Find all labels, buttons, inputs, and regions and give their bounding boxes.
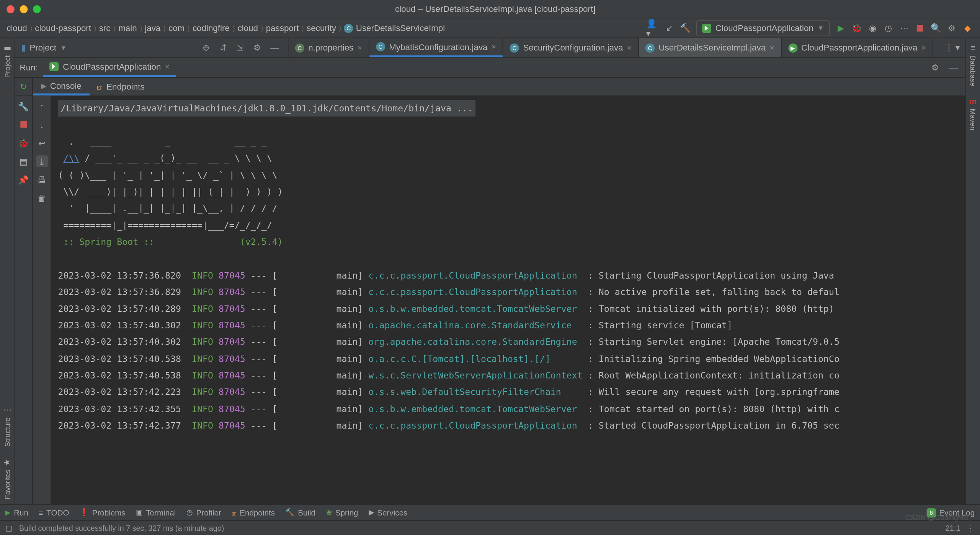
- rerun-icon[interactable]: ↻: [20, 82, 27, 91]
- run-config-selector[interactable]: CloudPassportApplication ▼: [696, 20, 830, 36]
- breadcrumb-item[interactable]: main: [117, 23, 138, 33]
- editor-tab[interactable]: Cn.properties×: [289, 38, 369, 57]
- layout-icon[interactable]: ▤: [18, 155, 29, 167]
- editor-tab-label: CloudPassportApplication.java: [801, 43, 917, 53]
- hide-icon[interactable]: —: [268, 43, 281, 53]
- breadcrumb-sep: [261, 23, 263, 33]
- file-icon: ▶: [788, 43, 797, 52]
- run-label: Run:: [20, 62, 38, 72]
- debug-button[interactable]: 🐞: [849, 21, 864, 35]
- services-tab[interactable]: ▶ Services: [369, 508, 408, 517]
- users-icon[interactable]: 👤▾: [646, 21, 661, 35]
- console-output[interactable]: /Library/Java/JavaVirtualMachines/jdk1.8…: [51, 96, 965, 504]
- breadcrumb-item[interactable]: cloud: [5, 23, 28, 33]
- project-tool-header[interactable]: ▮ Project ▼ ⊕ ⇵ ⇲ ⚙ —: [15, 38, 289, 57]
- breadcrumb-item[interactable]: cloud: [236, 23, 259, 33]
- breadcrumb-item[interactable]: cloud-passport: [34, 23, 93, 33]
- console-tab[interactable]: ▶ Console: [33, 78, 89, 95]
- services-icon: ▶: [369, 508, 374, 517]
- locate-icon[interactable]: ⊕: [199, 43, 212, 53]
- run-tab-label: Run: [14, 508, 28, 517]
- settings-icon[interactable]: ⚙: [944, 21, 959, 35]
- spring-tab[interactable]: ❀ Spring: [326, 508, 358, 517]
- up-icon[interactable]: ↑: [36, 100, 48, 112]
- spring-icon: ❀: [326, 508, 332, 517]
- breadcrumb-item[interactable]: java: [144, 23, 162, 33]
- wrench-icon[interactable]: 🔧: [18, 100, 29, 112]
- breadcrumb-item[interactable]: com: [167, 23, 186, 33]
- chevron-down-icon: ▼: [817, 24, 824, 32]
- favorites-tool-tab[interactable]: Favorites ★: [2, 452, 12, 504]
- status-indicator-icon: ▢: [5, 523, 13, 532]
- editor-tab[interactable]: CUserDetailsServiceImpl.java×: [639, 38, 782, 57]
- breadcrumb-item[interactable]: CUserDetailsServiceImpl: [343, 23, 446, 33]
- tabs-dropdown-icon[interactable]: ⋮ ▾: [939, 43, 965, 53]
- bottom-tool-tabs: ▶ Run ≡ TODO ❗ Problems ▣ Terminal ◷ Pro…: [0, 504, 980, 520]
- close-icon[interactable]: ×: [627, 43, 632, 52]
- build-tab[interactable]: 🔨 Build: [285, 508, 315, 517]
- navigation-bar: cloudcloud-passportsrcmainjavacomcodingf…: [0, 18, 980, 38]
- project-tool-tab[interactable]: Project ▮: [2, 38, 12, 83]
- endpoints-tab[interactable]: ⎄ Endpoints: [89, 78, 152, 95]
- warning-icon: ❗: [80, 508, 89, 517]
- breadcrumb-item[interactable]: codingfire: [191, 23, 231, 33]
- run-gutter-inner: ↑ ↓ ↩ ⤓ 🖶 🗑: [33, 96, 51, 504]
- status-extras[interactable]: ⋮: [967, 523, 975, 532]
- profile-button[interactable]: ◷: [881, 21, 896, 35]
- breadcrumb-sep: [113, 23, 116, 33]
- breadcrumb-item[interactable]: src: [98, 23, 112, 33]
- hide-icon[interactable]: —: [947, 62, 960, 72]
- collapse-all-icon[interactable]: ⇲: [234, 43, 247, 53]
- editor-tabs: Cn.properties×CMybatisConfiguration.java…: [289, 38, 939, 57]
- terminal-tab[interactable]: ▣ Terminal: [136, 508, 176, 517]
- ide-logo-icon[interactable]: ◆: [960, 21, 975, 35]
- file-icon: C: [510, 43, 519, 52]
- profiler-tab-label: Profiler: [196, 508, 221, 517]
- endpoints-bottom-tab[interactable]: ⎄ Endpoints: [232, 508, 275, 517]
- close-icon[interactable]: ×: [492, 42, 496, 51]
- editor-tab[interactable]: CSecurityConfiguration.java×: [503, 38, 639, 57]
- search-everywhere-icon[interactable]: 🔍: [929, 21, 943, 35]
- vcs-update-icon[interactable]: ↙: [662, 21, 676, 35]
- class-icon: C: [344, 24, 353, 33]
- maven-tool-tab[interactable]: m Maven: [968, 91, 978, 135]
- rerun-bug-icon[interactable]: 🐞: [18, 137, 29, 149]
- pin-icon[interactable]: 📌: [18, 174, 29, 186]
- close-icon[interactable]: ×: [358, 43, 362, 52]
- clear-icon[interactable]: 🗑: [36, 192, 48, 204]
- run-bottom-tab[interactable]: ▶ Run: [5, 508, 28, 517]
- caret-position[interactable]: 21:1: [946, 524, 960, 532]
- breadcrumb-item[interactable]: passport: [265, 23, 300, 33]
- editor-tab[interactable]: CMybatisConfiguration.java×: [369, 38, 503, 57]
- problems-tab[interactable]: ❗ Problems: [80, 508, 126, 517]
- console-icon: ▶: [41, 81, 46, 90]
- breadcrumb-item[interactable]: security: [305, 23, 338, 33]
- close-icon[interactable]: ×: [165, 62, 170, 71]
- run-subtabs: ↻ ▶ Console ⎄ Endpoints: [15, 78, 965, 96]
- print-icon[interactable]: 🖶: [36, 174, 48, 186]
- build-icon[interactable]: 🔨: [678, 21, 693, 35]
- gear-icon[interactable]: ⚙: [251, 43, 264, 53]
- terminal-icon: ▣: [136, 508, 142, 517]
- scroll-to-end-icon[interactable]: ⤓: [36, 155, 48, 167]
- database-tool-tab[interactable]: ≡ Database: [968, 38, 978, 92]
- run-config-tab[interactable]: CloudPassportApplication ×: [43, 58, 176, 77]
- structure-tool-tab[interactable]: Structure ⋮: [2, 400, 12, 452]
- expand-all-icon[interactable]: ⇵: [217, 43, 230, 53]
- stop-button[interactable]: [913, 21, 927, 35]
- attach-button[interactable]: ⋯: [897, 21, 911, 35]
- run-button[interactable]: ▶: [834, 21, 848, 35]
- soft-wrap-icon[interactable]: ↩: [36, 137, 48, 149]
- stop-icon[interactable]: [20, 121, 26, 128]
- profiler-tab[interactable]: ◷ Profiler: [186, 508, 221, 517]
- rerun-gutter: ↻: [15, 78, 33, 95]
- down-icon[interactable]: ↓: [36, 119, 48, 130]
- coverage-button[interactable]: ◉: [866, 21, 880, 35]
- editor-tab[interactable]: ▶CloudPassportApplication.java×: [781, 38, 933, 57]
- close-icon[interactable]: ×: [769, 43, 774, 52]
- todo-tab[interactable]: ≡ TODO: [39, 508, 69, 517]
- gear-icon[interactable]: ⚙: [929, 62, 942, 72]
- left-tool-strip: Project ▮ Structure ⋮ Favorites ★: [0, 38, 15, 504]
- close-icon[interactable]: ×: [921, 43, 926, 52]
- endpoints-icon: ⎄: [97, 82, 103, 91]
